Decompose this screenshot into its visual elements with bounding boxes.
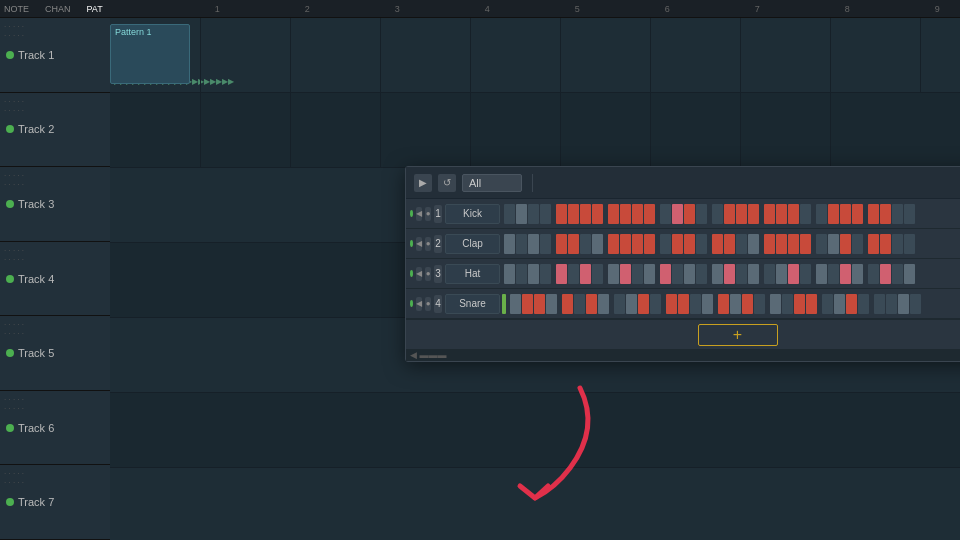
- track-active-dot-1[interactable]: [6, 51, 14, 59]
- pad[interactable]: [736, 234, 747, 254]
- pad[interactable]: [748, 234, 759, 254]
- pad[interactable]: [632, 234, 643, 254]
- track-active-dot-6[interactable]: [6, 424, 14, 432]
- pad[interactable]: [592, 234, 603, 254]
- track-control-5[interactable]: · · · · ·· · · · · Track 5: [0, 316, 110, 391]
- pad[interactable]: [660, 234, 671, 254]
- pad[interactable]: [546, 294, 557, 314]
- cr-scroll-arrows[interactable]: ◀ ▬▬▬: [410, 350, 447, 360]
- cr-hat-solo[interactable]: ●: [425, 267, 431, 281]
- pad[interactable]: [868, 264, 879, 284]
- track-control-6[interactable]: · · · · ·· · · · · Track 6: [0, 391, 110, 466]
- pad[interactable]: [598, 294, 609, 314]
- pad[interactable]: [800, 204, 811, 224]
- pad[interactable]: [620, 264, 631, 284]
- pad[interactable]: [672, 204, 683, 224]
- pad[interactable]: [574, 294, 585, 314]
- pad[interactable]: [712, 264, 723, 284]
- pad[interactable]: [852, 204, 863, 224]
- pad[interactable]: [892, 204, 903, 224]
- pad[interactable]: [644, 204, 655, 224]
- pad[interactable]: [898, 294, 909, 314]
- pad[interactable]: [522, 294, 533, 314]
- pad[interactable]: [504, 204, 515, 224]
- track-row-2[interactable]: [110, 93, 960, 168]
- track-control-2[interactable]: · · · · ·· · · · · Track 2: [0, 93, 110, 168]
- pad[interactable]: [562, 294, 573, 314]
- pad[interactable]: [736, 204, 747, 224]
- pad[interactable]: [788, 204, 799, 224]
- pad[interactable]: [672, 234, 683, 254]
- pad[interactable]: [644, 264, 655, 284]
- cr-snare-solo[interactable]: ●: [425, 297, 431, 311]
- pad[interactable]: [540, 264, 551, 284]
- pad[interactable]: [886, 294, 897, 314]
- pad[interactable]: [724, 234, 735, 254]
- pad[interactable]: [828, 264, 839, 284]
- pad[interactable]: [816, 264, 827, 284]
- pad[interactable]: [696, 264, 707, 284]
- cr-clap-mute[interactable]: ◀: [416, 237, 422, 251]
- pad[interactable]: [712, 204, 723, 224]
- tab-note[interactable]: NOTE: [4, 4, 29, 14]
- cr-play-btn[interactable]: ▶: [414, 174, 432, 192]
- pad[interactable]: [892, 234, 903, 254]
- track-row-6[interactable]: [110, 393, 960, 468]
- pad[interactable]: [684, 204, 695, 224]
- pad[interactable]: [516, 204, 527, 224]
- pad[interactable]: [846, 294, 857, 314]
- pad[interactable]: [806, 294, 817, 314]
- cr-hat-active[interactable]: [410, 270, 413, 277]
- pad[interactable]: [592, 204, 603, 224]
- pad[interactable]: [852, 234, 863, 254]
- pad[interactable]: [632, 264, 643, 284]
- pad[interactable]: [644, 234, 655, 254]
- pad[interactable]: [528, 204, 539, 224]
- pad[interactable]: [874, 294, 885, 314]
- pad[interactable]: [666, 294, 677, 314]
- pad[interactable]: [840, 264, 851, 284]
- pad[interactable]: [748, 204, 759, 224]
- pad[interactable]: [776, 234, 787, 254]
- pad[interactable]: [556, 204, 567, 224]
- pad[interactable]: [852, 264, 863, 284]
- pad[interactable]: [638, 294, 649, 314]
- pad[interactable]: [788, 234, 799, 254]
- pad[interactable]: [510, 294, 521, 314]
- pad[interactable]: [880, 264, 891, 284]
- pad[interactable]: [684, 264, 695, 284]
- pad[interactable]: [516, 264, 527, 284]
- pad[interactable]: [892, 264, 903, 284]
- pad[interactable]: [556, 264, 567, 284]
- pad[interactable]: [834, 294, 845, 314]
- tab-pat[interactable]: PAT: [87, 4, 103, 14]
- pad[interactable]: [580, 264, 591, 284]
- pad[interactable]: [724, 204, 735, 224]
- cr-hat-mute[interactable]: ◀: [416, 267, 422, 281]
- pad[interactable]: [868, 234, 879, 254]
- pad[interactable]: [650, 294, 661, 314]
- pad[interactable]: [528, 234, 539, 254]
- pad[interactable]: [528, 264, 539, 284]
- cr-snare-mute[interactable]: ◀: [416, 297, 422, 311]
- pad[interactable]: [672, 264, 683, 284]
- pad[interactable]: [586, 294, 597, 314]
- pad[interactable]: [620, 234, 631, 254]
- track-active-dot-3[interactable]: [6, 200, 14, 208]
- track-control-7[interactable]: · · · · ·· · · · · Track 7: [0, 465, 110, 540]
- cr-filter-dropdown[interactable]: All: [462, 174, 522, 192]
- track-control-1[interactable]: · · · · ·· · · · · Track 1: [0, 18, 110, 93]
- pad[interactable]: [702, 294, 713, 314]
- pad[interactable]: [748, 264, 759, 284]
- track-active-dot-5[interactable]: [6, 349, 14, 357]
- pad[interactable]: [904, 234, 915, 254]
- pad[interactable]: [816, 204, 827, 224]
- pad[interactable]: [684, 234, 695, 254]
- pad[interactable]: [794, 294, 805, 314]
- pad[interactable]: [840, 204, 851, 224]
- cr-kick-mute[interactable]: ◀: [416, 207, 422, 221]
- pad[interactable]: [568, 204, 579, 224]
- pad[interactable]: [828, 204, 839, 224]
- pad[interactable]: [880, 234, 891, 254]
- pad[interactable]: [910, 294, 921, 314]
